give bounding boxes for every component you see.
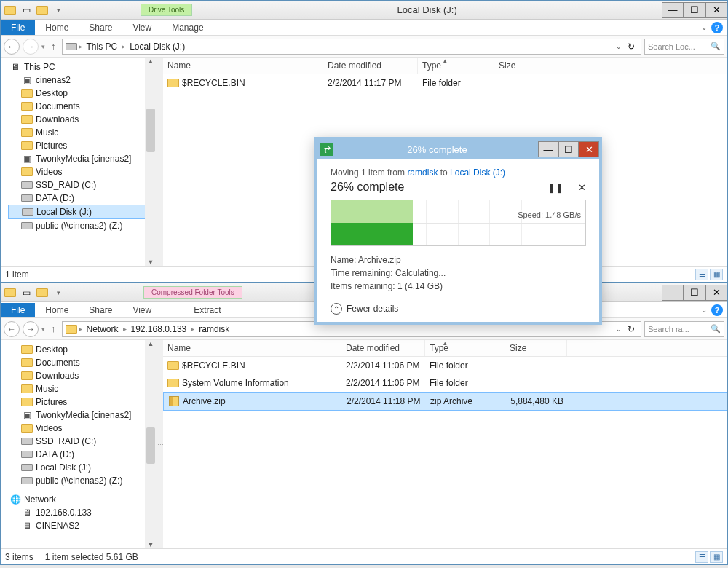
tab-share[interactable]: Share [79,20,122,35]
tree-item[interactable]: DATA (D:) [8,192,157,205]
help-icon[interactable]: ? [711,304,723,316]
tab-share[interactable]: Share [79,303,122,317]
tree-item[interactable]: Local Disk (J:) [8,205,157,219]
breadcrumb-segment[interactable]: 192.168.0.133 [128,324,190,334]
tree-item[interactable]: Videos [8,165,157,178]
close-button[interactable]: ✕ [579,141,599,157]
col-name[interactable]: Name [163,340,341,356]
contextual-tools-label[interactable]: Drive Tools [141,4,192,16]
dialog-titlebar[interactable]: ⇄ 26% complete — ☐ ✕ [317,140,599,159]
tree-item[interactable]: Pictures [8,395,157,409]
minimize-button[interactable]: — [538,141,558,157]
tree-item[interactable]: public (\\cinenas2) (Z:) [8,474,157,487]
tab-manage[interactable]: Manage [162,20,213,35]
tree-item[interactable]: public (\\cinenas2) (Z:) [8,219,157,232]
address-dropdown-icon[interactable]: ⌄ [613,43,625,50]
minimize-button[interactable]: — [662,2,684,18]
qat-newfolder-icon[interactable] [36,286,49,299]
breadcrumb-segment[interactable]: Local Disk (J:) [127,42,188,52]
cancel-button[interactable]: ✕ [578,182,586,193]
forward-button[interactable]: → [23,39,39,55]
tree-item[interactable]: Music [8,126,157,139]
qat-properties-icon[interactable]: ▭ [20,4,33,17]
address-bar[interactable]: ▸ This PC ▸ Local Disk (J:) ⌄ ↻ [62,39,642,55]
tab-extract[interactable]: Extract [183,303,231,317]
tab-file[interactable]: File [1,20,35,35]
breadcrumb-segment[interactable]: ramdisk [196,324,232,334]
recent-locations-icon[interactable]: ▾ [41,43,45,50]
col-type[interactable]: Type [418,58,494,74]
refresh-icon[interactable]: ↻ [625,324,638,334]
contextual-tools-label[interactable]: Compressed Folder Tools [143,286,242,299]
view-details-icon[interactable]: ☰ [695,551,708,563]
tree-item[interactable]: Documents [8,100,157,113]
up-button[interactable]: ↑ [48,41,59,52]
source-link[interactable]: ramdisk [407,167,438,178]
tab-home[interactable]: Home [35,20,79,35]
minimize-button[interactable]: — [662,285,684,301]
view-icons-icon[interactable]: ▦ [710,269,723,280]
pause-button[interactable]: ❚❚ [547,182,563,193]
back-button[interactable]: ← [4,321,20,337]
col-type[interactable]: Type [425,340,505,356]
file-copy-dialog[interactable]: ⇄ 26% complete — ☐ ✕ Moving 1 item from … [314,137,602,325]
col-name[interactable]: Name [163,58,323,74]
up-button[interactable]: ↑ [48,323,59,334]
address-dropdown-icon[interactable]: ⌄ [613,326,625,333]
tab-view[interactable]: View [122,303,162,317]
splitter[interactable]: ⋮ [157,340,163,548]
file-rows[interactable]: $RECYCLE.BIN2/2/2014 11:06 PMFile folder… [163,357,727,548]
qat-dropdown-icon[interactable]: ▾ [52,286,65,299]
tree-root-item[interactable]: Network [8,493,157,506]
column-expand-icon[interactable]: ▴ [443,58,447,64]
breadcrumb-segment[interactable]: Network [84,324,122,334]
navigation-tree[interactable]: DesktopDocumentsDownloadsMusicPicturesTw… [1,340,157,548]
tree-item[interactable]: Pictures [8,139,157,152]
tree-item[interactable]: SSD_RAID (C:) [8,435,157,448]
close-button[interactable]: ✕ [705,285,727,301]
refresh-icon[interactable]: ↻ [625,42,638,52]
recent-locations-icon[interactable]: ▾ [41,326,45,333]
help-icon[interactable]: ? [711,22,723,33]
search-box[interactable]: Search Loc... 🔍 [644,39,724,55]
maximize-button[interactable]: ☐ [558,141,579,157]
back-button[interactable]: ← [4,39,20,55]
col-date[interactable]: Date modified [341,340,425,356]
tree-scrollbar[interactable]: ▲ ▼ [145,58,157,266]
tree-root-item[interactable]: This PC [8,60,157,74]
col-size[interactable]: Size [494,58,563,74]
destination-link[interactable]: Local Disk (J:) [450,167,505,178]
close-button[interactable]: ✕ [705,2,727,18]
col-size[interactable]: Size [505,340,567,356]
splitter[interactable]: ⋮ [157,58,163,266]
tab-home[interactable]: Home [35,303,79,317]
tab-view[interactable]: View [122,20,162,35]
qat-dropdown-icon[interactable]: ▾ [52,4,65,17]
breadcrumb-segment[interactable]: This PC [84,42,121,52]
tree-item[interactable]: Videos [8,422,157,435]
column-expand-icon[interactable]: ▴ [443,340,447,347]
tree-item[interactable]: Local Disk (J:) [8,461,157,474]
tree-item[interactable]: Desktop [8,87,157,100]
file-row[interactable]: $RECYCLE.BIN2/2/2014 11:17 PMFile folder [163,74,727,92]
tree-item[interactable]: TwonkyMedia [cinenas2] [8,152,157,165]
qat-properties-icon[interactable]: ▭ [20,286,33,299]
tree-item[interactable]: Downloads [8,113,157,126]
tree-item[interactable]: Documents [8,356,157,369]
tab-file[interactable]: File [1,303,35,317]
file-row[interactable]: Archive.zip2/2/2014 11:18 PMzip Archive5… [163,392,727,411]
tree-item[interactable]: cinenas2 [8,74,157,87]
tree-item[interactable]: Desktop [8,343,157,356]
view-details-icon[interactable]: ☰ [695,269,708,280]
search-box[interactable]: Search ra... 🔍 [644,321,724,337]
file-row[interactable]: $RECYCLE.BIN2/2/2014 11:06 PMFile folder [163,357,727,374]
maximize-button[interactable]: ☐ [684,2,705,18]
navigation-tree[interactable]: This PCcinenas2DesktopDocumentsDownloads… [1,58,157,266]
tree-item[interactable]: Music [8,382,157,395]
tree-item[interactable]: TwonkyMedia [cinenas2] [8,409,157,422]
tree-item[interactable]: Downloads [8,369,157,382]
view-icons-icon[interactable]: ▦ [710,551,723,563]
tree-item[interactable]: 192.168.0.133 [8,506,157,519]
tree-scrollbar[interactable]: ▲ ▼ [145,340,157,548]
qat-newfolder-icon[interactable] [36,4,49,17]
